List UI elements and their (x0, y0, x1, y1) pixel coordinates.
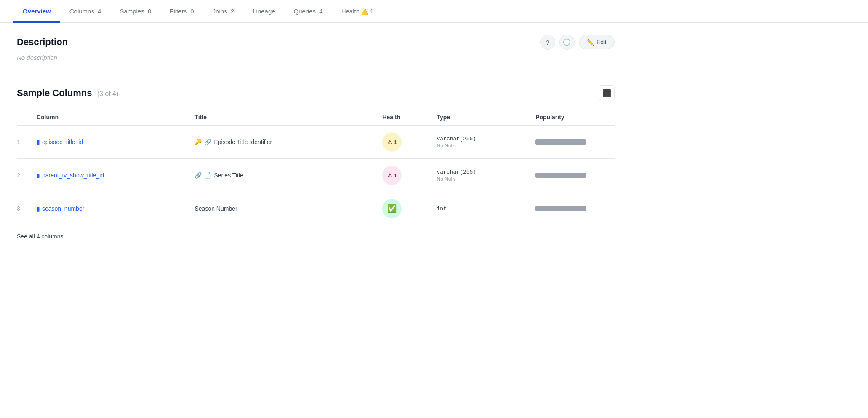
description-title: Description (17, 37, 68, 48)
col-name-text: parent_tv_show_title_id (42, 172, 104, 179)
tab-queries[interactable]: Queries 4 (285, 0, 332, 23)
edit-label: Edit (596, 39, 607, 46)
col-number: 2 (17, 159, 37, 192)
col-type-text: int (437, 206, 530, 212)
column-table-icon: ▮ (37, 139, 40, 145)
tab-joins[interactable]: Joins 2 (203, 0, 244, 23)
col-name-cell: ▮episode_title_id (37, 125, 195, 159)
table-row: 2▮parent_tv_show_title_id🔗📄Series Title⚠… (17, 159, 615, 192)
th-popularity: Popularity (535, 110, 615, 125)
tab-queries-label: Queries (294, 8, 316, 15)
main-content: Description ? 🕐 ✏️ Edit No description S… (0, 23, 631, 252)
tab-samples-badge: 0 (148, 8, 151, 15)
description-actions: ? 🕐 ✏️ Edit (540, 35, 615, 50)
col-popularity-cell (535, 125, 615, 159)
col-type-cell: varchar(255)No Nulls (437, 125, 535, 159)
col-title-cell: 🔑🔗Episode Title Identifier (194, 125, 382, 159)
tab-joins-badge: 2 (231, 8, 234, 15)
history-button[interactable]: 🕐 (559, 35, 575, 50)
col-name-link[interactable]: ▮parent_tv_show_title_id (37, 172, 190, 179)
tab-health-label: Health (341, 8, 359, 15)
col-name-link[interactable]: ▮episode_title_id (37, 139, 190, 145)
sample-columns-title: Sample Columns (17, 88, 92, 98)
sample-columns-title-group: Sample Columns (3 of 4) (17, 88, 118, 99)
health-alert-count: 1 (370, 8, 373, 15)
th-num (17, 110, 37, 125)
col-type-cell: varchar(255)No Nulls (437, 159, 535, 192)
table-row: 3▮season_numberSeason Number✅int (17, 192, 615, 225)
col-popularity-cell (535, 159, 615, 192)
th-type: Type (437, 110, 535, 125)
columns-table: Column Title Health Type Popularity 1▮ep… (17, 110, 615, 225)
tab-filters[interactable]: Filters 0 (160, 0, 203, 23)
col-health-cell: ✅ (382, 192, 437, 225)
doc-icon: 📄 (204, 172, 211, 179)
col-title-text: Episode Title Identifier (214, 139, 272, 145)
tab-columns-label: Columns (69, 8, 94, 15)
th-column: Column (37, 110, 195, 125)
description-section-header: Description ? 🕐 ✏️ Edit (17, 35, 615, 50)
link-icon: 🔗 (204, 139, 211, 145)
popularity-bar (535, 139, 586, 145)
th-health: Health (382, 110, 437, 125)
export-button[interactable]: ⬛ (599, 85, 615, 101)
col-type-cell: int (437, 192, 535, 225)
col-name-cell: ▮season_number (37, 192, 195, 225)
col-title-cell: Season Number (194, 192, 382, 225)
help-button[interactable]: ? (540, 35, 555, 50)
see-all-columns-link[interactable]: See all 4 columns... (17, 233, 68, 240)
tab-joins-label: Joins (213, 8, 227, 15)
col-name-link[interactable]: ▮season_number (37, 205, 190, 212)
sample-columns-count: (3 of 4) (97, 90, 119, 97)
tab-lineage-label: Lineage (253, 8, 275, 15)
col-name-text: season_number (42, 205, 84, 212)
export-icon: ⬛ (602, 89, 611, 98)
popularity-bar (535, 173, 586, 178)
health-warn-badge: ⚠1 (382, 132, 402, 152)
health-alert-icon: ⚠️ (361, 8, 368, 15)
th-title: Title (194, 110, 382, 125)
col-title-cell: 🔗📄Series Title (194, 159, 382, 192)
tab-overview-label: Overview (23, 8, 51, 15)
col-type-text: varchar(255) (437, 136, 530, 142)
health-warn-pink-badge: ⚠1 (382, 166, 402, 185)
tab-filters-label: Filters (170, 8, 187, 15)
table-row: 1▮episode_title_id🔑🔗Episode Title Identi… (17, 125, 615, 159)
history-icon: 🕐 (563, 38, 571, 46)
tab-samples-label: Samples (120, 8, 144, 15)
description-text: No description (17, 54, 615, 61)
col-number: 1 (17, 125, 37, 159)
col-health-cell: ⚠1 (382, 125, 437, 159)
popularity-bar (535, 206, 586, 211)
tab-lineage[interactable]: Lineage (243, 0, 284, 23)
col-health-cell: ⚠1 (382, 159, 437, 192)
col-popularity-cell (535, 192, 615, 225)
col-name-cell: ▮parent_tv_show_title_id (37, 159, 195, 192)
col-type-sub-text: No Nulls (437, 176, 530, 182)
section-divider (17, 73, 615, 73)
tab-navigation: Overview Columns 4 Samples 0 Filters 0 J… (0, 0, 868, 23)
column-table-icon: ▮ (37, 205, 40, 212)
column-table-icon: ▮ (37, 172, 40, 179)
col-type-text: varchar(255) (437, 169, 530, 175)
tab-columns-badge: 4 (98, 8, 101, 15)
health-ok-badge: ✅ (382, 199, 402, 218)
tab-filters-badge: 0 (190, 8, 194, 15)
col-number: 3 (17, 192, 37, 225)
col-type-sub-text: No Nulls (437, 143, 530, 149)
edit-pencil-icon: ✏️ (587, 39, 594, 46)
tab-columns[interactable]: Columns 4 (60, 0, 111, 23)
col-title-text: Season Number (194, 205, 237, 212)
col-title-text: Series Title (214, 172, 243, 179)
tab-overview[interactable]: Overview (13, 0, 60, 23)
tab-health[interactable]: Health ⚠️ 1 (332, 0, 383, 23)
question-icon: ? (546, 39, 549, 46)
edit-button[interactable]: ✏️ Edit (579, 35, 615, 49)
link-icon: 🔗 (194, 172, 202, 179)
key-icon: 🔑 (194, 139, 202, 145)
tab-queries-badge: 4 (319, 8, 322, 15)
col-name-text: episode_title_id (42, 139, 83, 145)
tab-samples[interactable]: Samples 0 (110, 0, 160, 23)
sample-columns-header: Sample Columns (3 of 4) ⬛ (17, 85, 615, 101)
